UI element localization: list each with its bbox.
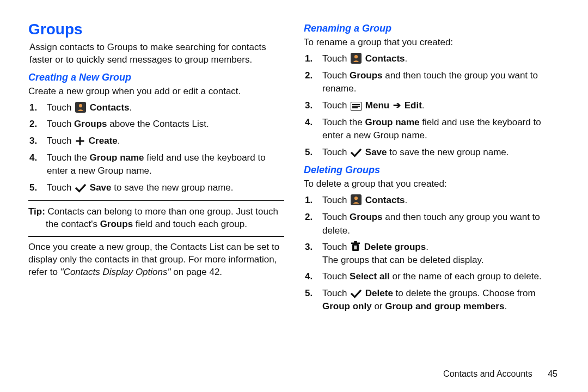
page-number: 45 (548, 369, 558, 379)
step: Touch the Group name field and use the k… (44, 151, 284, 178)
step: Touch Save to save the new group name. (319, 146, 560, 160)
step: Touch Create. (44, 134, 284, 148)
right-column: Renaming a Group To rename a group that … (304, 21, 560, 317)
chapter-title: Contacts and Accounts (443, 369, 532, 378)
deleting-steps: Touch Contacts. Touch Groups and then to… (304, 194, 560, 313)
renaming-lead: To rename a group that you created: (304, 36, 560, 49)
step: Touch Menu ➔ Edit. (319, 99, 560, 113)
svg-rect-7 (352, 104, 360, 105)
renaming-steps: Touch Contacts. Touch Groups and then to… (304, 52, 560, 159)
step: Touch Contacts. (319, 194, 560, 207)
svg-rect-9 (352, 107, 358, 108)
check-icon (75, 184, 86, 193)
menu-icon (351, 102, 362, 111)
step: Touch Contacts. (44, 101, 284, 115)
svg-rect-17 (356, 246, 357, 249)
svg-point-11 (354, 197, 358, 200)
trash-icon (351, 241, 360, 252)
step: Touch Delete to delete the groups. Choos… (319, 287, 560, 314)
svg-rect-3 (76, 140, 84, 142)
step: Touch Groups and then touch any group yo… (319, 211, 560, 237)
divider (28, 236, 284, 237)
svg-rect-16 (355, 246, 356, 249)
page-footer: Contacts and Accounts 45 (443, 369, 558, 379)
step: Touch Select all or the name of each gro… (319, 270, 560, 284)
svg-point-1 (79, 104, 82, 107)
step: Touch Groups and then touch the group yo… (319, 69, 560, 96)
check-icon (351, 149, 362, 157)
step: Touch Save to save the new group name. (44, 181, 284, 195)
creating-lead: Create a new group when you add or edit … (28, 85, 284, 98)
svg-point-5 (354, 55, 358, 58)
creating-steps: Touch Contacts. Touch Groups above the C… (28, 101, 284, 195)
subheading-deleting: Deleting Groups (304, 164, 560, 176)
step: Touch Contacts. (319, 52, 560, 66)
left-column: Groups Assign contacts to Groups to make… (28, 21, 284, 317)
arrow-icon: ➔ (392, 99, 402, 113)
creating-note: Once you create a new group, the Contact… (28, 241, 284, 279)
step: Touch Groups above the Contacts List. (44, 118, 284, 131)
contacts-icon (351, 194, 362, 205)
contacts-icon (351, 53, 362, 64)
plus-icon (75, 136, 85, 146)
contacts-icon (75, 102, 86, 113)
svg-rect-14 (354, 241, 357, 243)
deleting-lead: To delete a group that you created: (304, 178, 560, 191)
svg-rect-15 (354, 246, 355, 249)
subheading-creating: Creating a New Group (28, 72, 284, 83)
check-icon (351, 290, 362, 298)
section-heading: Groups (28, 21, 284, 38)
divider (28, 200, 284, 201)
step-note: The groups that can be deleted display. (322, 254, 560, 267)
intro-paragraph: Assign contacts to Groups to make search… (28, 41, 284, 66)
tip-text: Tip: Contacts can belong to more than on… (28, 205, 284, 231)
subheading-renaming: Renaming a Group (304, 23, 560, 34)
svg-rect-8 (352, 106, 360, 107)
step: Touch Delete groups. The groups that can… (319, 241, 560, 267)
step: Touch the Group name field and use the k… (319, 116, 560, 143)
